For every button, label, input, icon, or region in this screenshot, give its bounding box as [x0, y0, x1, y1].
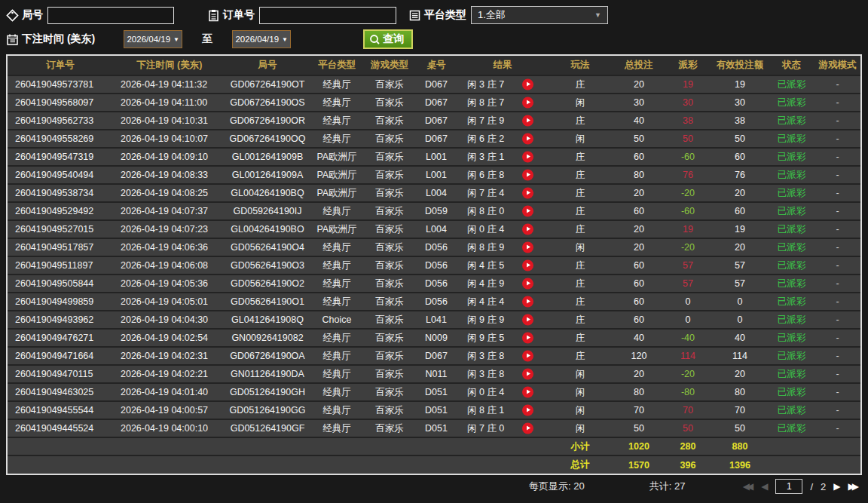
table-no-cell: D059 [414, 202, 458, 220]
status-cell: 已派彩 [769, 365, 815, 383]
column-header: 总投注 [613, 56, 665, 75]
result-cell: 闲 7 庄 4 [458, 184, 547, 202]
total-bet-cell: 20 [613, 238, 665, 256]
order-no-cell: 260419049529492 [8, 202, 113, 220]
play-type-cell: 庄 [547, 293, 613, 311]
subtotal-label: 小计 [547, 437, 613, 455]
total-bet-cell: 40 [613, 112, 665, 130]
game-mode-cell: - [815, 419, 860, 437]
play-icon[interactable] [522, 296, 533, 308]
play-icon[interactable] [522, 278, 533, 290]
result-text: 闲 4 庄 4 [467, 296, 504, 307]
platform-type-select[interactable]: 1.全部 ▼ [471, 6, 608, 24]
table-row: 260419049568097 2026-04-19 04:11:00 GD06… [8, 94, 860, 112]
play-icon[interactable] [522, 115, 533, 127]
column-header: 平台类型 [309, 56, 365, 75]
play-icon[interactable] [522, 79, 533, 90]
date-to-picker[interactable]: 2026/04/19 ▼ [232, 30, 291, 48]
total-bet-cell: 60 [613, 275, 665, 293]
valid-bet-cell: 50 [711, 130, 769, 148]
game-mode-cell: - [815, 130, 860, 148]
table-row: 260419049476271 2026-04-19 04:02:54 GN00… [8, 329, 860, 347]
result-text: 闲 3 庄 1 [467, 152, 504, 162]
bet-time-cell: 2026-04-19 04:04:30 [113, 311, 226, 329]
game-mode-cell: - [815, 75, 860, 94]
valid-bet-cell: 0 [711, 293, 769, 311]
play-icon[interactable] [522, 387, 533, 398]
game-type-cell: 百家乐 [365, 365, 414, 383]
table-row: 260419049538734 2026-04-19 04:08:25 GL00… [8, 184, 860, 202]
result-text: 闲 9 庄 9 [467, 314, 504, 325]
total-bet-cell: 60 [613, 256, 665, 275]
platform-cell: PA欧洲厅 [309, 166, 365, 184]
table-no-cell: N009 [414, 329, 458, 347]
order-no-cell: 260419049511897 [8, 256, 113, 275]
result-text: 闲 0 庄 4 [467, 387, 504, 397]
table-no-cell: L004 [414, 184, 458, 202]
total-label: 总计 [547, 455, 613, 474]
play-icon[interactable] [522, 242, 533, 253]
page-number-input[interactable] [775, 479, 802, 494]
bet-time-cell: 2026-04-19 04:01:40 [113, 383, 226, 401]
play-icon[interactable] [522, 333, 533, 344]
platform-cell: 经典厅 [309, 347, 365, 365]
play-type-cell: 庄 [547, 148, 613, 166]
play-icon[interactable] [522, 369, 533, 380]
result-cell: 闲 8 庄 0 [458, 202, 547, 220]
play-icon[interactable] [522, 224, 533, 235]
status-cell: 已派彩 [769, 329, 815, 347]
platform-cell: 经典厅 [309, 75, 365, 94]
status-cell: 已派彩 [769, 401, 815, 419]
play-icon[interactable] [522, 405, 533, 416]
platform-cell: 经典厅 [309, 202, 365, 220]
total-valid-bet: 1396 [711, 455, 769, 474]
game-no-cell: GD067264190OQ [226, 130, 309, 148]
table-no-cell: D067 [414, 75, 458, 94]
play-icon[interactable] [522, 314, 533, 326]
table-row: 260419049558269 2026-04-19 04:10:07 GD06… [8, 130, 860, 148]
pager: ◀◀ ◀ / 2 ▶ ▶▶ [743, 479, 859, 494]
game-mode-cell: - [815, 256, 860, 275]
game-no-cell: GD067264190OS [226, 94, 309, 112]
table-no-cell: D056 [414, 238, 458, 256]
bet-time-cell: 2026-04-19 04:06:36 [113, 238, 226, 256]
next-page-icon[interactable]: ▶ [833, 482, 840, 491]
first-page-icon[interactable]: ◀◀ [743, 482, 753, 491]
play-icon[interactable] [522, 260, 533, 271]
subtotal-payout: 280 [665, 437, 711, 455]
play-icon[interactable] [522, 152, 533, 163]
play-icon[interactable] [522, 170, 533, 181]
game-type-cell: 百家乐 [365, 75, 414, 94]
play-type-cell: 庄 [547, 184, 613, 202]
game-type-cell: 百家乐 [365, 419, 414, 437]
play-icon[interactable] [522, 133, 533, 145]
play-icon[interactable] [522, 423, 533, 434]
platform-cell: 经典厅 [309, 293, 365, 311]
bet-time-cell: 2026-04-19 04:10:07 [113, 130, 226, 148]
table-header-row: 订单号下注时间 (美东)局号平台类型游戏类型桌号结果玩法总投注派彩有效投注额状态… [8, 56, 860, 75]
game-mode-cell: - [815, 112, 860, 130]
query-button[interactable]: 查询 [363, 29, 413, 49]
bet-time-cell: 2026-04-19 04:05:01 [113, 293, 226, 311]
game-no-input[interactable] [47, 7, 174, 24]
game-no-cell: GD056264190O1 [226, 293, 309, 311]
result-cell: 闲 8 庄 9 [458, 238, 547, 256]
result-text: 闲 7 庄 4 [467, 188, 504, 198]
order-no-cell: 260419049558269 [8, 130, 113, 148]
order-no-input[interactable] [259, 7, 396, 24]
total-bet-cell: 20 [613, 184, 665, 202]
play-icon[interactable] [522, 188, 533, 199]
date-from-picker[interactable]: 2026/04/19 ▼ [124, 30, 182, 48]
valid-bet-cell: 19 [711, 75, 769, 94]
order-no-cell: 260419049540494 [8, 166, 113, 184]
last-page-icon[interactable]: ▶▶ [848, 482, 859, 491]
payout-cell: -20 [665, 184, 711, 202]
query-button-label: 查询 [383, 32, 404, 46]
play-icon[interactable] [522, 206, 533, 217]
order-no-cell: 260419049463025 [8, 383, 113, 401]
play-icon[interactable] [522, 97, 533, 109]
play-icon[interactable] [522, 351, 533, 362]
platform-cell: 经典厅 [309, 94, 365, 112]
prev-page-icon[interactable]: ◀ [761, 482, 768, 491]
bet-time-cell: 2026-04-19 04:06:08 [113, 256, 226, 275]
